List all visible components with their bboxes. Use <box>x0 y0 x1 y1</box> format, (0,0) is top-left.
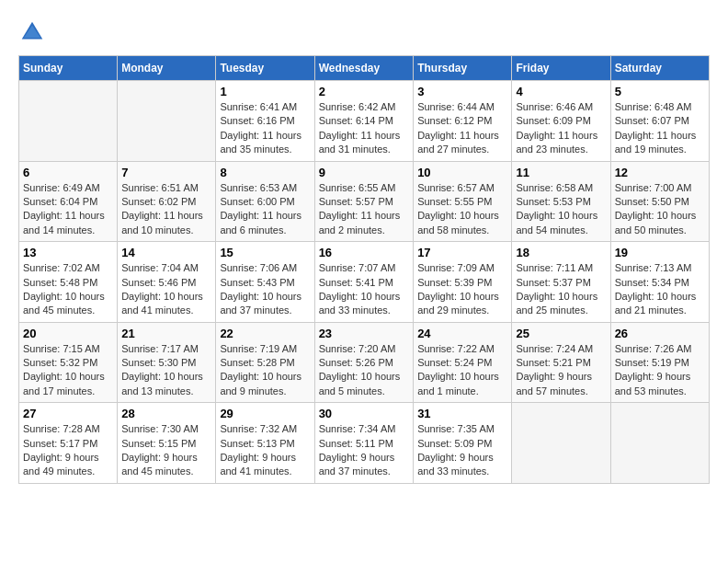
day-info: Sunrise: 7:07 AMSunset: 5:41 PMDaylight:… <box>319 261 410 318</box>
calendar-week-row: 1Sunrise: 6:41 AMSunset: 6:16 PMDaylight… <box>19 81 710 162</box>
calendar-day-cell: 27Sunrise: 7:28 AMSunset: 5:17 PMDayligh… <box>19 403 118 484</box>
calendar-day-cell: 18Sunrise: 7:11 AMSunset: 5:37 PMDayligh… <box>512 242 610 323</box>
day-info: Sunrise: 7:02 AMSunset: 5:48 PMDaylight:… <box>23 261 113 318</box>
day-number: 22 <box>220 327 310 340</box>
calendar-day-cell: 15Sunrise: 7:06 AMSunset: 5:43 PMDayligh… <box>216 242 314 323</box>
calendar-day-cell: 1Sunrise: 6:41 AMSunset: 6:16 PMDaylight… <box>216 81 314 162</box>
calendar-day-cell <box>118 81 216 162</box>
day-number: 30 <box>319 407 410 420</box>
day-info: Sunrise: 7:04 AMSunset: 5:46 PMDaylight:… <box>121 261 211 318</box>
day-info: Sunrise: 6:53 AMSunset: 6:00 PMDaylight:… <box>220 181 310 238</box>
calendar-day-cell: 17Sunrise: 7:09 AMSunset: 5:39 PMDayligh… <box>414 242 512 323</box>
calendar-day-cell: 5Sunrise: 6:48 AMSunset: 6:07 PMDaylight… <box>610 81 709 162</box>
calendar-day-cell: 24Sunrise: 7:22 AMSunset: 5:24 PMDayligh… <box>414 322 512 403</box>
day-info: Sunrise: 7:32 AMSunset: 5:13 PMDaylight:… <box>220 422 310 479</box>
day-number: 16 <box>319 246 410 259</box>
calendar-week-row: 13Sunrise: 7:02 AMSunset: 5:48 PMDayligh… <box>19 242 710 323</box>
day-info: Sunrise: 7:24 AMSunset: 5:21 PMDaylight:… <box>516 342 606 399</box>
day-info: Sunrise: 6:46 AMSunset: 6:09 PMDaylight:… <box>516 100 606 157</box>
day-info: Sunrise: 7:19 AMSunset: 5:28 PMDaylight:… <box>220 342 310 399</box>
day-number: 19 <box>615 246 705 259</box>
calendar-day-cell: 3Sunrise: 6:44 AMSunset: 6:12 PMDaylight… <box>414 81 512 162</box>
day-of-week-header: Monday <box>118 56 216 81</box>
calendar-day-cell: 19Sunrise: 7:13 AMSunset: 5:34 PMDayligh… <box>610 242 709 323</box>
calendar-day-cell: 7Sunrise: 6:51 AMSunset: 6:02 PMDaylight… <box>118 161 216 242</box>
calendar-day-cell: 11Sunrise: 6:58 AMSunset: 5:53 PMDayligh… <box>512 161 610 242</box>
page-header <box>18 18 710 46</box>
day-number: 13 <box>23 246 113 259</box>
day-of-week-header: Saturday <box>610 56 709 81</box>
calendar-day-cell: 6Sunrise: 6:49 AMSunset: 6:04 PMDaylight… <box>19 161 118 242</box>
logo <box>18 18 50 46</box>
day-info: Sunrise: 6:49 AMSunset: 6:04 PMDaylight:… <box>23 181 113 238</box>
day-of-week-header: Thursday <box>414 56 512 81</box>
day-number: 24 <box>417 327 507 340</box>
day-info: Sunrise: 7:17 AMSunset: 5:30 PMDaylight:… <box>121 342 211 399</box>
day-number: 3 <box>417 85 507 98</box>
day-number: 21 <box>121 327 211 340</box>
day-info: Sunrise: 7:26 AMSunset: 5:19 PMDaylight:… <box>615 342 705 399</box>
calendar-day-cell <box>512 403 610 484</box>
day-number: 2 <box>319 85 410 98</box>
calendar-day-cell: 4Sunrise: 6:46 AMSunset: 6:09 PMDaylight… <box>512 81 610 162</box>
day-number: 11 <box>516 166 606 179</box>
day-info: Sunrise: 7:30 AMSunset: 5:15 PMDaylight:… <box>121 422 211 479</box>
day-number: 31 <box>417 407 507 420</box>
calendar-header-row: SundayMondayTuesdayWednesdayThursdayFrid… <box>19 56 710 81</box>
day-info: Sunrise: 6:55 AMSunset: 5:57 PMDaylight:… <box>319 181 410 238</box>
calendar-day-cell: 13Sunrise: 7:02 AMSunset: 5:48 PMDayligh… <box>19 242 118 323</box>
day-info: Sunrise: 7:11 AMSunset: 5:37 PMDaylight:… <box>516 261 606 318</box>
calendar-day-cell: 23Sunrise: 7:20 AMSunset: 5:26 PMDayligh… <box>314 322 414 403</box>
calendar-day-cell <box>19 81 118 162</box>
calendar-day-cell <box>610 403 709 484</box>
day-number: 7 <box>121 166 211 179</box>
day-number: 15 <box>220 246 310 259</box>
calendar-day-cell: 28Sunrise: 7:30 AMSunset: 5:15 PMDayligh… <box>118 403 216 484</box>
day-number: 26 <box>615 327 705 340</box>
day-info: Sunrise: 7:06 AMSunset: 5:43 PMDaylight:… <box>220 261 310 318</box>
day-number: 8 <box>220 166 310 179</box>
day-number: 4 <box>516 85 606 98</box>
calendar-day-cell: 26Sunrise: 7:26 AMSunset: 5:19 PMDayligh… <box>610 322 709 403</box>
calendar-week-row: 20Sunrise: 7:15 AMSunset: 5:32 PMDayligh… <box>19 322 710 403</box>
day-number: 25 <box>516 327 606 340</box>
day-number: 10 <box>417 166 507 179</box>
calendar-day-cell: 21Sunrise: 7:17 AMSunset: 5:30 PMDayligh… <box>118 322 216 403</box>
calendar-day-cell: 8Sunrise: 6:53 AMSunset: 6:00 PMDaylight… <box>216 161 314 242</box>
calendar-day-cell: 30Sunrise: 7:34 AMSunset: 5:11 PMDayligh… <box>314 403 414 484</box>
day-info: Sunrise: 7:13 AMSunset: 5:34 PMDaylight:… <box>615 261 705 318</box>
day-info: Sunrise: 7:15 AMSunset: 5:32 PMDaylight:… <box>23 342 113 399</box>
day-of-week-header: Friday <box>512 56 610 81</box>
calendar-day-cell: 14Sunrise: 7:04 AMSunset: 5:46 PMDayligh… <box>118 242 216 323</box>
day-info: Sunrise: 6:51 AMSunset: 6:02 PMDaylight:… <box>121 181 211 238</box>
calendar-day-cell: 9Sunrise: 6:55 AMSunset: 5:57 PMDaylight… <box>314 161 414 242</box>
day-number: 23 <box>319 327 410 340</box>
day-number: 9 <box>319 166 410 179</box>
calendar-day-cell: 2Sunrise: 6:42 AMSunset: 6:14 PMDaylight… <box>314 81 414 162</box>
day-info: Sunrise: 6:44 AMSunset: 6:12 PMDaylight:… <box>417 100 507 157</box>
calendar-day-cell: 10Sunrise: 6:57 AMSunset: 5:55 PMDayligh… <box>414 161 512 242</box>
day-number: 6 <box>23 166 113 179</box>
day-number: 28 <box>121 407 211 420</box>
day-info: Sunrise: 7:34 AMSunset: 5:11 PMDaylight:… <box>319 422 410 479</box>
day-info: Sunrise: 7:22 AMSunset: 5:24 PMDaylight:… <box>417 342 507 399</box>
day-of-week-header: Sunday <box>19 56 118 81</box>
day-number: 5 <box>615 85 705 98</box>
day-number: 18 <box>516 246 606 259</box>
day-info: Sunrise: 7:20 AMSunset: 5:26 PMDaylight:… <box>319 342 410 399</box>
day-info: Sunrise: 6:42 AMSunset: 6:14 PMDaylight:… <box>319 100 410 157</box>
calendar-day-cell: 22Sunrise: 7:19 AMSunset: 5:28 PMDayligh… <box>216 322 314 403</box>
day-info: Sunrise: 6:48 AMSunset: 6:07 PMDaylight:… <box>615 100 705 157</box>
day-of-week-header: Tuesday <box>216 56 314 81</box>
day-info: Sunrise: 6:58 AMSunset: 5:53 PMDaylight:… <box>516 181 606 238</box>
day-number: 12 <box>615 166 705 179</box>
calendar-day-cell: 16Sunrise: 7:07 AMSunset: 5:41 PMDayligh… <box>314 242 414 323</box>
calendar-day-cell: 31Sunrise: 7:35 AMSunset: 5:09 PMDayligh… <box>414 403 512 484</box>
day-info: Sunrise: 7:28 AMSunset: 5:17 PMDaylight:… <box>23 422 113 479</box>
calendar-day-cell: 29Sunrise: 7:32 AMSunset: 5:13 PMDayligh… <box>216 403 314 484</box>
day-info: Sunrise: 7:00 AMSunset: 5:50 PMDaylight:… <box>615 181 705 238</box>
day-number: 1 <box>220 85 310 98</box>
day-number: 27 <box>23 407 113 420</box>
calendar-week-row: 27Sunrise: 7:28 AMSunset: 5:17 PMDayligh… <box>19 403 710 484</box>
calendar-day-cell: 12Sunrise: 7:00 AMSunset: 5:50 PMDayligh… <box>610 161 709 242</box>
